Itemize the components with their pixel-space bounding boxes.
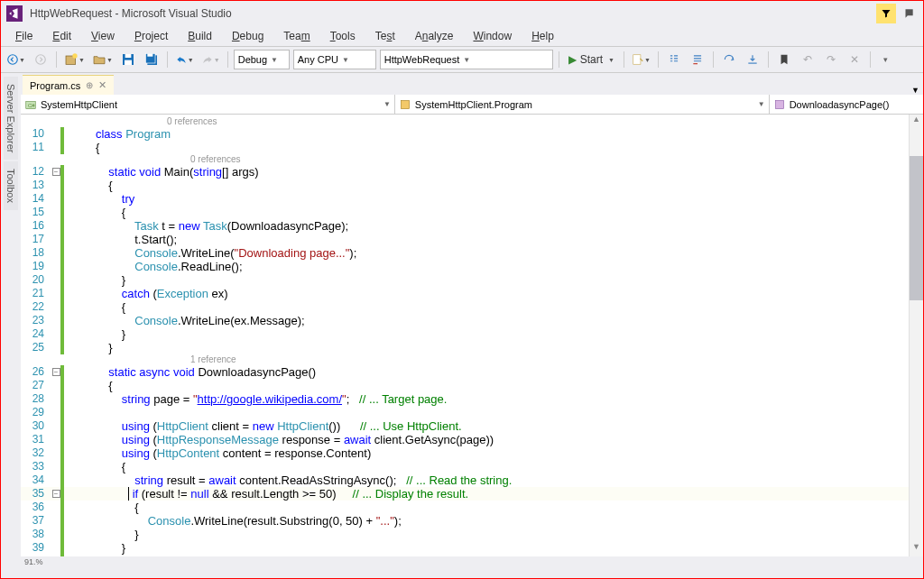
outline-toggle-icon[interactable]: − [52, 490, 60, 498]
vertical-scrollbar[interactable]: ▲ ▼ [909, 115, 923, 556]
menu-analyze[interactable]: Analyze [406, 28, 463, 44]
project-nav-dropdown[interactable]: C# SystemHttpClient ▼ [21, 95, 395, 114]
menu-window[interactable]: Window [464, 28, 521, 44]
codelens-refs[interactable]: 1 reference [21, 354, 909, 365]
nav-forward-button [31, 50, 51, 69]
scroll-thumb[interactable] [910, 156, 923, 300]
clear-bookmarks-icon: ✕ [845, 50, 864, 69]
menu-tools[interactable]: Tools [321, 28, 365, 44]
svg-rect-15 [775, 100, 783, 108]
menu-edit[interactable]: Edit [43, 28, 80, 44]
svg-text:C#: C# [28, 102, 35, 107]
tab-file-label: Program.cs [30, 80, 80, 91]
scroll-up-icon[interactable]: ▲ [910, 115, 923, 129]
open-file-button[interactable]: ▼ [90, 50, 115, 69]
editor-status-bar: 91.% [21, 556, 923, 567]
class-nav-dropdown[interactable]: SystemHttpClient.Program ▼ [395, 95, 770, 114]
code-editor[interactable]: 0 references 10 class Program 11 { 0 ref… [21, 115, 909, 556]
title-bar: HttpWebRequest - Microsoft Visual Studio [1, 1, 923, 26]
close-tab-icon[interactable]: ✕ [98, 79, 106, 91]
uncomment-icon[interactable] [688, 50, 707, 69]
comment-out-icon[interactable] [664, 50, 684, 69]
toolbar-overflow-icon[interactable]: ▾ [876, 50, 896, 69]
outline-toggle-icon[interactable]: − [52, 368, 60, 376]
left-tool-tabs: Server Explorer Toolbox [1, 73, 21, 567]
redo-button: ▼ [199, 50, 222, 69]
undo-button[interactable]: ▼ [173, 50, 196, 69]
svg-point-1 [36, 55, 46, 65]
menu-project[interactable]: Project [125, 28, 177, 44]
svg-point-3 [72, 53, 77, 58]
start-debug-button[interactable]: ▶Start▼ [565, 50, 618, 69]
save-all-button[interactable] [142, 50, 162, 69]
platform-dropdown[interactable]: Any CPU▼ [293, 50, 376, 69]
server-explorer-tab[interactable]: Server Explorer [4, 77, 18, 160]
svg-rect-10 [633, 55, 641, 65]
document-tabs: Program.cs ⊕ ✕ ▼ [21, 73, 923, 95]
new-project-button[interactable]: ▼ [62, 50, 87, 69]
bookmark-icon[interactable] [774, 50, 794, 69]
code-nav-bar: C# SystemHttpClient ▼ SystemHttpClient.P… [21, 95, 923, 115]
step-over-icon[interactable] [719, 50, 739, 69]
prev-bookmark-icon: ↶ [798, 50, 818, 69]
svg-rect-6 [125, 60, 132, 65]
nav-back-button[interactable]: ▼ [5, 50, 27, 69]
menu-debug[interactable]: Debug [223, 28, 273, 44]
svg-rect-5 [125, 54, 131, 58]
svg-rect-9 [147, 53, 152, 56]
config-dropdown[interactable]: Debug▼ [234, 50, 290, 69]
menu-view[interactable]: View [82, 28, 124, 44]
notification-filter-icon[interactable] [876, 4, 896, 23]
menu-test[interactable]: Test [366, 28, 404, 44]
step-into-icon[interactable] [743, 50, 762, 69]
pin-icon[interactable]: ⊕ [86, 80, 93, 90]
outline-toggle-icon[interactable]: − [52, 168, 60, 176]
method-nav-dropdown[interactable]: DownloadasyncPage() [770, 95, 923, 114]
document-tab-program[interactable]: Program.cs ⊕ ✕ [23, 75, 114, 95]
active-files-dropdown-icon[interactable]: ▼ [911, 86, 919, 95]
svg-point-0 [8, 55, 18, 65]
next-bookmark-icon: ↷ [821, 50, 841, 69]
vs-logo [6, 5, 23, 22]
menu-team[interactable]: Team [274, 28, 319, 44]
menu-build[interactable]: Build [179, 28, 221, 44]
svg-rect-14 [401, 100, 409, 108]
toolbox-tab[interactable]: Toolbox [4, 161, 18, 210]
window-title: HttpWebRequest - Microsoft Visual Studio [30, 7, 232, 20]
startup-project-dropdown[interactable]: HttpWebRequest▼ [380, 50, 553, 69]
menu-file[interactable]: File [6, 28, 42, 44]
save-button[interactable] [118, 50, 138, 69]
menu-help[interactable]: Help [522, 28, 563, 44]
scroll-down-icon[interactable]: ▼ [910, 542, 923, 556]
find-in-files-icon[interactable]: ▼ [630, 50, 652, 69]
menu-bar: File Edit View Project Build Debug Team … [1, 26, 923, 46]
zoom-level[interactable]: 91.% [24, 557, 43, 566]
codelens-refs[interactable]: 0 references [21, 116, 909, 127]
feedback-icon[interactable] [900, 5, 918, 23]
svg-rect-11 [748, 63, 756, 64]
main-toolbar: ▼ ▼ ▼ ▼ ▼ Debug▼ Any CPU▼ HttpWebRequest… [1, 46, 923, 73]
codelens-refs[interactable]: 0 references [21, 154, 909, 165]
